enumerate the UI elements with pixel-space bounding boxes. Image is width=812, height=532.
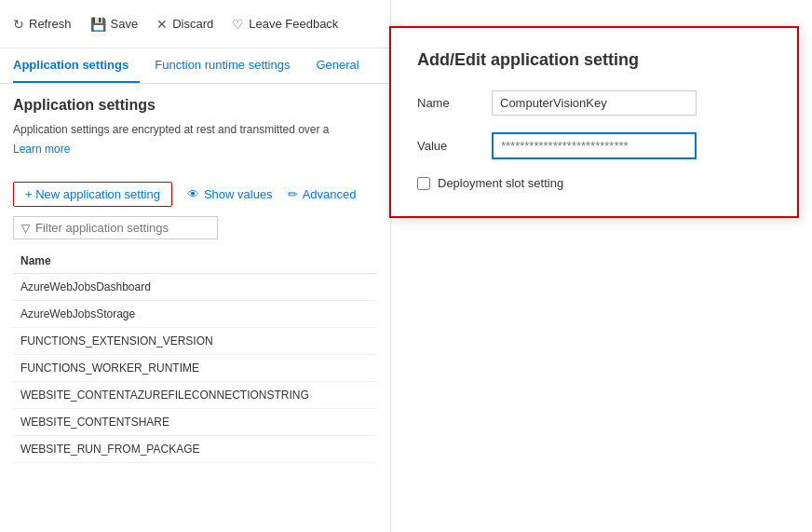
main-content: Application settings Application setting… xyxy=(0,84,390,476)
section-title: Application settings xyxy=(13,97,377,114)
settings-table: Name AzureWebJobsDashboardAzureWebJobsSt… xyxy=(13,249,377,463)
value-label: Value xyxy=(417,139,492,153)
filter-icon: ▽ xyxy=(21,222,30,235)
pencil-icon: ✏ xyxy=(288,187,298,201)
dialog-title: Add/Edit application setting xyxy=(417,50,771,70)
new-application-setting-button[interactable]: + New application setting xyxy=(13,182,172,207)
table-row[interactable]: WEBSITE_RUN_FROM_PACKAGE xyxy=(13,436,377,463)
action-row: + New application setting 👁 Show values … xyxy=(13,182,377,207)
add-edit-dialog: Add/Edit application setting Name Value … xyxy=(389,26,799,218)
filter-row: ▽ xyxy=(13,216,377,239)
discard-icon: ✕ xyxy=(156,17,168,32)
description-text: Application settings are encrypted at re… xyxy=(13,121,377,138)
nav-tabs: Application settings Function runtime se… xyxy=(0,48,390,84)
save-label: Save xyxy=(111,17,139,31)
deployment-slot-label: Deployment slot setting xyxy=(438,176,563,190)
value-input[interactable] xyxy=(492,132,697,159)
table-row[interactable]: FUNCTIONS_EXTENSION_VERSION xyxy=(13,328,377,355)
column-name-header: Name xyxy=(13,249,377,274)
filter-input-wrap: ▽ xyxy=(13,216,218,239)
learn-more-link[interactable]: Learn more xyxy=(13,143,70,156)
refresh-button[interactable]: ↻ Refresh xyxy=(13,17,72,32)
deployment-slot-checkbox[interactable] xyxy=(417,177,430,190)
table-row[interactable]: WEBSITE_CONTENTAZUREFILECONNECTIONSTRING xyxy=(13,382,377,409)
name-input[interactable] xyxy=(492,90,697,116)
name-label: Name xyxy=(417,96,492,110)
left-panel: ↻ Refresh 💾 Save ✕ Discard ♡ Leave Feedb… xyxy=(0,0,391,532)
table-row[interactable]: AzureWebJobsDashboard xyxy=(13,274,377,301)
deployment-slot-row: Deployment slot setting xyxy=(417,176,771,190)
refresh-label: Refresh xyxy=(29,17,72,31)
save-button[interactable]: 💾 Save xyxy=(90,17,139,32)
refresh-icon: ↻ xyxy=(13,17,24,32)
show-values-button[interactable]: 👁 Show values xyxy=(187,187,273,201)
table-row[interactable]: WEBSITE_CONTENTSHARE xyxy=(13,409,377,436)
discard-label: Discard xyxy=(172,17,213,31)
toolbar: ↻ Refresh 💾 Save ✕ Discard ♡ Leave Feedb… xyxy=(0,0,390,48)
advanced-label: Advanced xyxy=(303,187,357,201)
table-row[interactable]: FUNCTIONS_WORKER_RUNTIME xyxy=(13,355,377,382)
tab-general[interactable]: General xyxy=(316,48,370,83)
tab-function-runtime[interactable]: Function runtime settings xyxy=(155,48,301,83)
feedback-button[interactable]: ♡ Leave Feedback xyxy=(232,17,338,32)
show-values-label: Show values xyxy=(204,187,273,201)
feedback-label: Leave Feedback xyxy=(249,17,338,31)
save-icon: 💾 xyxy=(90,17,106,32)
filter-input[interactable] xyxy=(35,221,210,235)
advanced-button[interactable]: ✏ Advanced xyxy=(288,187,357,201)
eye-icon: 👁 xyxy=(187,187,199,201)
discard-button[interactable]: ✕ Discard xyxy=(156,17,213,32)
value-field-row: Value xyxy=(417,132,771,159)
name-field-row: Name xyxy=(417,90,771,116)
heart-icon: ♡ xyxy=(232,17,244,32)
table-row[interactable]: AzureWebJobsStorage xyxy=(13,301,377,328)
new-setting-label: + New application setting xyxy=(25,187,160,201)
tab-application-settings[interactable]: Application settings xyxy=(13,48,140,83)
